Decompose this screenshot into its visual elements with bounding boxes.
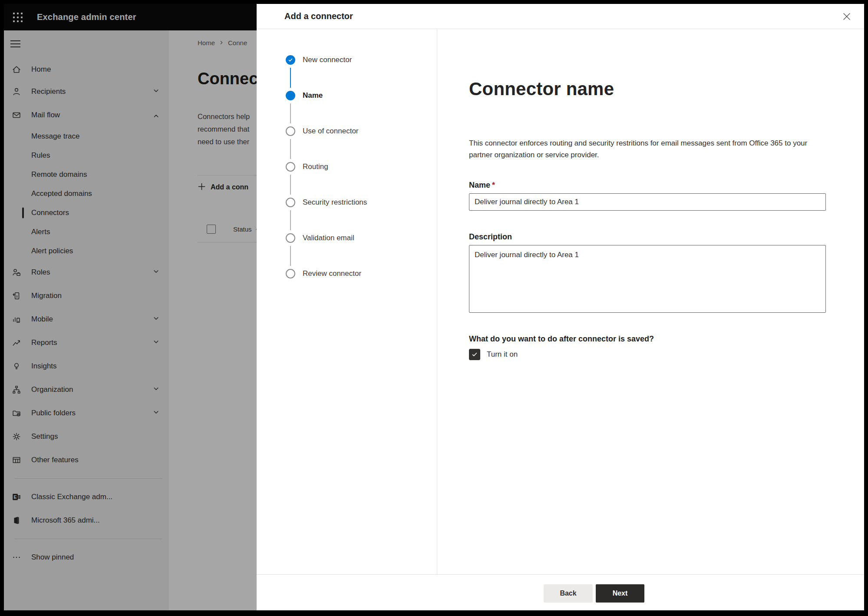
- step-indicator: [286, 269, 295, 278]
- required-marker: *: [492, 181, 495, 189]
- turn-it-on-checkbox[interactable]: [469, 349, 480, 360]
- step-indicator: [286, 55, 295, 65]
- dialog-title: Add a connector: [284, 11, 837, 21]
- name-field-label: Name*: [469, 181, 864, 190]
- description-field-label: Description: [469, 232, 864, 242]
- turn-it-on-label: Turn it on: [487, 350, 518, 359]
- wizard-step-validation-email: Validation email: [257, 233, 437, 243]
- after-save-question: What do you want to do after connector i…: [469, 334, 864, 344]
- screen: Exchange admin center HomeRecipientsMail…: [0, 0, 868, 616]
- wizard-step-security-restrictions: Security restrictions: [257, 198, 437, 207]
- step-label: Validation email: [303, 234, 354, 242]
- step-indicator: [286, 162, 295, 172]
- close-icon: [843, 13, 851, 20]
- step-label: New connector: [303, 56, 352, 64]
- step-connector-line: [290, 210, 291, 230]
- dialog-body: New connectorNameUse of connectorRouting…: [257, 29, 864, 574]
- wizard-step-new-connector[interactable]: New connector: [257, 55, 437, 65]
- step-label: Use of connector: [303, 127, 359, 136]
- wizard-step-routing: Routing: [257, 162, 437, 172]
- name-input[interactable]: [469, 193, 826, 211]
- step-connector-line: [290, 246, 291, 266]
- step-heading: Connector name: [469, 79, 864, 99]
- close-button[interactable]: [837, 7, 856, 26]
- step-label: Security restrictions: [303, 198, 367, 207]
- dialog-footer: Back Next: [257, 574, 864, 610]
- step-connector-line: [290, 175, 291, 195]
- step-indicator: [286, 233, 295, 243]
- next-button[interactable]: Next: [596, 584, 644, 603]
- step-connector-line: [290, 68, 291, 88]
- checkmark-icon: [471, 351, 478, 358]
- step-connector-line: [290, 103, 291, 123]
- wizard-step-review-connector: Review connector: [257, 269, 437, 278]
- back-button[interactable]: Back: [544, 584, 593, 603]
- step-label: Review connector: [303, 269, 361, 278]
- add-connector-dialog: Add a connector New connectorNameUse of …: [257, 4, 864, 610]
- wizard-stepper: New connectorNameUse of connectorRouting…: [257, 29, 437, 574]
- wizard-step-use-of-connector: Use of connector: [257, 126, 437, 136]
- step-label: Routing: [303, 162, 328, 171]
- step-indicator: [286, 91, 295, 100]
- step-indicator: [286, 126, 295, 136]
- footer-buttons: Back Next: [544, 584, 644, 603]
- name-label-text: Name: [469, 181, 490, 189]
- step-check-icon: [287, 57, 294, 63]
- dialog-content: Connector name This connector enforces r…: [437, 29, 864, 574]
- app-frame: Exchange admin center HomeRecipientsMail…: [4, 4, 864, 610]
- turn-it-on-checkbox-row[interactable]: Turn it on: [469, 349, 864, 360]
- step-label: Name: [303, 91, 323, 100]
- step-intro: This connector enforces routing and secu…: [469, 137, 825, 161]
- step-indicator: [286, 198, 295, 207]
- wizard-step-name[interactable]: Name: [257, 91, 437, 100]
- step-connector-line: [290, 139, 291, 159]
- dialog-header: Add a connector: [257, 4, 864, 29]
- description-textarea[interactable]: Deliver journal directly to Area 1: [469, 245, 826, 313]
